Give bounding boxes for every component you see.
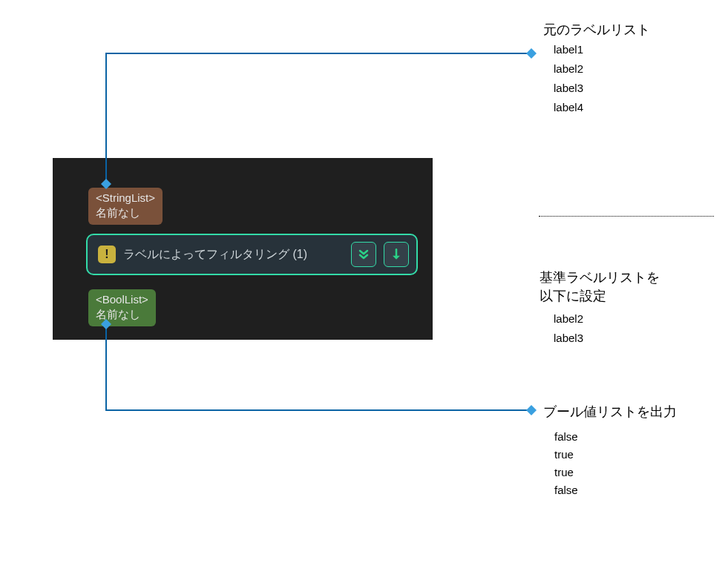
port-type-label: <BoolList>	[96, 292, 148, 307]
source-title: 元のラベルリスト	[543, 21, 650, 39]
svg-marker-5	[526, 405, 537, 415]
expand-all-button[interactable]	[351, 242, 376, 267]
criteria-item-2: label3	[554, 329, 583, 347]
double-down-icon	[356, 247, 371, 262]
svg-marker-3	[526, 48, 537, 59]
separator-line	[539, 216, 714, 217]
port-type-label: <StringList>	[96, 191, 155, 205]
output-title: ブール値リストを出力	[543, 403, 677, 421]
source-item-4: label4	[554, 99, 583, 116]
filter-node-label: ラベルによってフィルタリング (1)	[123, 247, 344, 263]
down-button[interactable]	[384, 242, 409, 267]
source-item-1: label1	[554, 41, 583, 59]
warning-glyph: !	[105, 248, 108, 261]
down-arrow-icon	[389, 247, 404, 262]
output-port-boollist[interactable]: <BoolList> 名前なし	[88, 289, 156, 326]
source-item-2: label2	[554, 60, 583, 78]
output-item-3: true	[554, 464, 574, 481]
output-item-4: false	[554, 481, 578, 499]
port-name-label: 名前なし	[96, 205, 155, 220]
source-item-3: label3	[554, 79, 583, 97]
criteria-title: 基準ラベルリストを 以下に設定	[540, 269, 660, 306]
output-item-2: true	[554, 446, 574, 464]
output-item-1: false	[554, 428, 578, 446]
port-name-label: 名前なし	[96, 307, 148, 322]
filter-by-label-node[interactable]: ! ラベルによってフィルタリング (1)	[86, 234, 418, 275]
warning-icon: !	[98, 246, 116, 263]
input-port-stringlist[interactable]: <StringList> 名前なし	[88, 188, 163, 225]
criteria-item-1: label2	[554, 310, 583, 328]
svg-marker-1	[393, 256, 400, 260]
